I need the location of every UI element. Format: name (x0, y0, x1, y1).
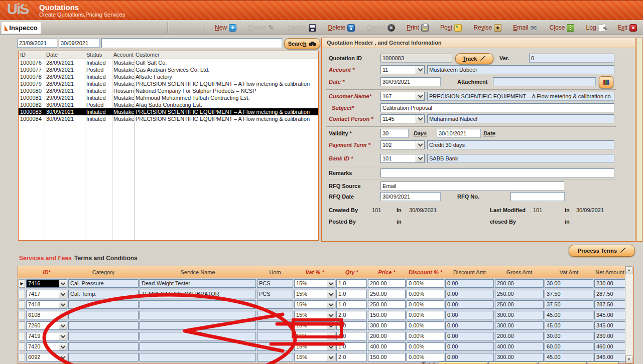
vat-combo[interactable]: 15% (294, 332, 335, 340)
delete-button[interactable]: Delete (328, 24, 355, 32)
contact-person-combo[interactable]: 1145 (380, 114, 425, 123)
log-button[interactable]: Log (586, 24, 606, 32)
chevron-down-icon[interactable] (416, 141, 424, 149)
search-input[interactable] (101, 38, 282, 48)
qty-cell[interactable]: 1.0 (336, 332, 367, 340)
vat-combo[interactable]: 15% (294, 290, 335, 298)
vat-combo[interactable]: 15% (294, 321, 335, 330)
service-id-combo[interactable]: 7420 (26, 342, 67, 351)
vat-combo[interactable]: 15% (294, 311, 335, 319)
chevron-down-icon[interactable] (327, 311, 335, 319)
chevron-down-icon[interactable] (59, 343, 67, 350)
qty-cell[interactable]: 1.0 (336, 300, 367, 309)
quotation-row[interactable]: 1000079 28/09/2021 Initiated Mustake PRE… (19, 80, 318, 87)
price-cell[interactable]: 250.00 (368, 300, 406, 309)
discount-pct-cell[interactable]: 0.00% (407, 290, 444, 298)
quotation-row[interactable]: 1000082 30/09/2021 Posted Mustake Afaq S… (19, 101, 318, 108)
date-from-input[interactable]: 23/09/2021 (17, 39, 57, 48)
tab-services-and-fees[interactable]: Services and Fees (19, 255, 72, 262)
price-cell[interactable]: 150.00 (368, 353, 406, 361)
grid-scrollbar[interactable]: ▲ ▼ (625, 266, 633, 363)
chevron-down-icon[interactable] (416, 154, 424, 162)
email-button[interactable]: Email (513, 24, 538, 32)
price-cell[interactable]: 300.00 (368, 321, 406, 330)
scroll-down-icon[interactable]: ▼ (625, 355, 632, 363)
chevron-down-icon[interactable] (327, 290, 335, 298)
service-id-combo[interactable]: 7418 (26, 300, 67, 309)
service-id-combo[interactable]: 7260 (26, 321, 67, 330)
panel-scrollbar-track[interactable] (636, 38, 642, 242)
validity-days-field[interactable]: 30 (380, 129, 409, 138)
rfq-no-field[interactable] (510, 192, 565, 201)
revise-button[interactable]: Revise (473, 24, 501, 32)
price-cell[interactable]: 200.00 (368, 279, 406, 288)
service-id-combo[interactable]: 6092 (26, 353, 67, 361)
remarks-field[interactable] (380, 168, 614, 177)
quotation-row[interactable]: 1000077 28/09/2021 Posted Mustake Gas Ar… (19, 66, 318, 73)
chevron-down-icon[interactable] (327, 301, 335, 308)
tab-terms-and-conditions[interactable]: Terms and Conditions (74, 255, 138, 262)
bank-id-combo[interactable]: 101 (380, 154, 425, 163)
chevron-down-icon[interactable] (416, 66, 424, 74)
quotation-row[interactable]: 1000084 30/09/2021 Initiated Mustake PRE… (19, 115, 318, 122)
row-selector[interactable] (19, 342, 25, 351)
qty-cell[interactable]: 2.0 (336, 353, 367, 361)
new-button[interactable]: New (215, 24, 236, 32)
vat-combo[interactable]: 15% (294, 353, 335, 361)
qty-cell[interactable]: 2.0 (336, 311, 367, 319)
validity-date-field[interactable]: 30/10/2021 (437, 129, 481, 138)
chevron-down-icon[interactable] (327, 280, 335, 287)
price-cell[interactable]: 400.00 (368, 342, 406, 351)
rfq-source-field[interactable]: Email (380, 181, 564, 191)
scroll-up-icon[interactable]: ▲ (625, 266, 632, 274)
chevron-down-icon[interactable] (59, 322, 67, 329)
qty-cell[interactable]: 1.0 (336, 321, 367, 330)
quotation-row[interactable]: 1000081 29/09/2021 Initiated Mustake Mah… (19, 94, 318, 101)
date-field[interactable]: 30/09/2021 (380, 77, 441, 86)
vat-combo[interactable]: 15% (294, 300, 335, 309)
attachment-field[interactable] (493, 77, 596, 86)
service-id-combo[interactable]: 7419 (26, 332, 67, 340)
chevron-down-icon[interactable] (59, 301, 67, 308)
chevron-down-icon[interactable] (327, 322, 335, 329)
payment-term-combo[interactable]: 102 (380, 140, 425, 149)
chevron-down-icon[interactable] (59, 353, 67, 361)
service-id-combo[interactable]: 7417 (26, 290, 67, 298)
quotation-row[interactable]: 1000083 30/09/2021 Initiated Mustake PRE… (19, 108, 318, 115)
subject-field[interactable]: Calibration Proposal (380, 103, 614, 112)
account-combo[interactable]: 11 (380, 65, 425, 74)
process-terms-button[interactable]: Process Terms (569, 245, 635, 257)
chevron-down-icon[interactable] (327, 332, 335, 340)
track-button[interactable]: Track (455, 53, 493, 64)
discount-pct-cell[interactable]: 0.00% (407, 353, 444, 361)
row-selector[interactable] (19, 290, 25, 298)
discount-pct-cell[interactable]: 0.00% (407, 300, 444, 309)
vat-combo[interactable]: 15% (294, 279, 335, 288)
row-selector[interactable] (19, 353, 25, 361)
chevron-down-icon[interactable] (59, 311, 67, 319)
quotation-row[interactable]: 1000080 28/09/2021 Initiated Hossam Nati… (19, 87, 318, 94)
row-selector[interactable]: ▶ (19, 279, 25, 288)
attachment-browse-button[interactable] (599, 76, 613, 88)
chevron-down-icon[interactable] (327, 353, 335, 361)
row-selector[interactable] (19, 300, 25, 309)
vat-combo[interactable]: 15% (294, 342, 335, 351)
date-to-input[interactable]: 30/09/2021 (59, 39, 100, 48)
chevron-down-icon[interactable] (416, 92, 424, 100)
quotation-row[interactable]: 1000076 28/09/2021 Initiated Mustake Gul… (19, 59, 318, 66)
rfq-date-field[interactable]: 30/09/2021 (380, 192, 441, 201)
discount-pct-cell[interactable]: 0.00% (407, 321, 444, 330)
price-cell[interactable]: 250.00 (368, 290, 406, 298)
discount-pct-cell[interactable]: 0.00% (407, 279, 444, 288)
row-selector[interactable] (19, 332, 25, 340)
price-cell[interactable]: 200.00 (368, 332, 406, 340)
qty-cell[interactable]: 1.0 (336, 290, 367, 298)
row-selector[interactable] (19, 311, 25, 319)
chevron-down-icon[interactable] (59, 332, 67, 340)
service-id-combo[interactable]: 6108 (26, 311, 67, 319)
discount-pct-cell[interactable]: 0.00% (407, 332, 444, 340)
quotation-row[interactable]: 1000078 28/09/2021 Initiated Mustake All… (19, 73, 318, 80)
qty-cell[interactable]: 1.0 (336, 342, 367, 351)
service-id-combo[interactable]: 7416 (26, 279, 67, 288)
discount-pct-cell[interactable]: 0.00% (407, 342, 444, 351)
